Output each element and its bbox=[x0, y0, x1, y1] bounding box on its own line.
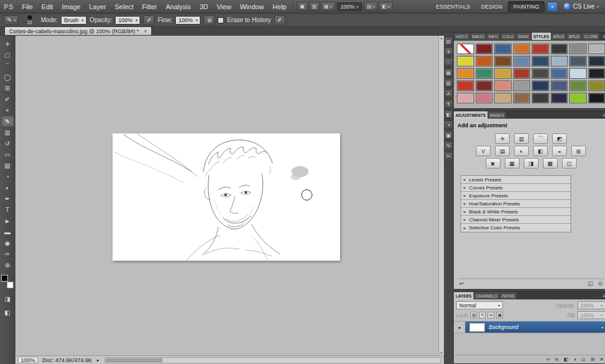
brush-preset-picker[interactable]: 22 bbox=[22, 15, 38, 25]
style-swatch[interactable] bbox=[569, 44, 587, 54]
curves-icon[interactable]: ⌒ bbox=[533, 133, 548, 144]
panel-tab-brus[interactable]: BRUS bbox=[552, 33, 567, 40]
tab-layers[interactable]: LAYERS bbox=[454, 292, 474, 299]
add-layer-mask-icon[interactable]: ◧ bbox=[564, 357, 569, 362]
expanded-view-icon[interactable]: ◱ bbox=[588, 280, 593, 287]
erase-to-history-checkbox[interactable] bbox=[218, 17, 224, 23]
black-white-icon[interactable]: ◧ bbox=[533, 146, 548, 156]
layer-effects-icon[interactable]: fx bbox=[555, 357, 558, 362]
preset-exposure-presets[interactable]: ▶Exposure Presets bbox=[461, 192, 571, 200]
quick-selection-tool[interactable]: ◯ bbox=[1, 71, 14, 82]
style-swatch[interactable] bbox=[513, 56, 531, 66]
invert-icon[interactable]: ◙ bbox=[486, 158, 500, 168]
style-swatch[interactable] bbox=[588, 44, 605, 54]
3d-rotate-tool[interactable]: ◉ bbox=[1, 237, 14, 248]
panel-tab-styles[interactable]: STYLES bbox=[532, 33, 552, 40]
return-to-adjustment-list-icon[interactable]: ↩ bbox=[459, 280, 464, 287]
panel-tab-histo[interactable]: HISTO bbox=[454, 33, 470, 40]
foreground-color-chip[interactable] bbox=[1, 275, 8, 282]
type-tool[interactable]: T bbox=[1, 204, 14, 215]
scroll-up-icon[interactable]: ▲ bbox=[440, 36, 443, 40]
preset-selective-color-presets[interactable]: ▶Selective Color Presets bbox=[461, 224, 571, 232]
workspace-design[interactable]: DESIGN bbox=[476, 1, 508, 12]
style-swatch[interactable] bbox=[532, 68, 549, 79]
canvas-area[interactable] bbox=[15, 36, 438, 355]
preset-curves-presets[interactable]: ▶Curves Presets bbox=[461, 184, 571, 192]
posterize-icon[interactable]: ▦ bbox=[505, 158, 520, 168]
lock-transparency-icon[interactable]: ▨ bbox=[470, 312, 477, 318]
style-swatch[interactable] bbox=[551, 56, 568, 66]
gradient-map-icon[interactable]: ▩ bbox=[543, 158, 558, 168]
style-swatch[interactable] bbox=[569, 68, 587, 79]
vertical-scrollbar[interactable]: ▲ ▼ bbox=[438, 36, 444, 355]
info-panel-icon[interactable]: ◌ bbox=[444, 58, 453, 66]
panel-tab-colo[interactable]: COLO bbox=[500, 33, 516, 40]
delete-layer-icon[interactable]: ✕ bbox=[599, 357, 604, 362]
horizontal-scrollbar[interactable] bbox=[105, 357, 441, 363]
style-swatch[interactable] bbox=[457, 68, 474, 79]
style-swatch[interactable] bbox=[551, 93, 568, 103]
preset-channel-mixer-presets[interactable]: ▶Channel Mixer Presets bbox=[461, 216, 571, 224]
flow-select[interactable]: 100% ▾ bbox=[175, 16, 200, 25]
hue-saturation-icon[interactable]: ▤ bbox=[495, 146, 510, 156]
swatches-panel-icon[interactable]: ▥ bbox=[444, 79, 453, 87]
style-swatch[interactable] bbox=[588, 81, 605, 91]
tool-preset-picker[interactable]: ✎ ▾ bbox=[4, 15, 18, 25]
menu-select[interactable]: Select bbox=[111, 0, 138, 14]
crop-tool[interactable]: ⊞ bbox=[1, 82, 14, 93]
photo-filter-icon[interactable]: ◒ bbox=[552, 146, 567, 156]
style-swatch[interactable] bbox=[569, 81, 587, 91]
menu-help[interactable]: Help bbox=[268, 0, 291, 14]
gradient-tool[interactable]: ▧ bbox=[1, 160, 14, 171]
close-icon[interactable]: × bbox=[144, 28, 147, 34]
tool-presets-panel-icon[interactable]: ✂ bbox=[444, 152, 453, 160]
paragraph-panel-icon[interactable]: ¶ bbox=[444, 100, 453, 108]
quick-mask-icon[interactable]: ◨ bbox=[1, 293, 14, 304]
style-swatch[interactable] bbox=[588, 93, 605, 103]
adjustments-panel-icon[interactable]: ◑ bbox=[444, 121, 453, 129]
zoom-tool[interactable]: ⊕ bbox=[1, 259, 14, 271]
healing-brush-tool[interactable]: + bbox=[1, 105, 14, 116]
panel-menu-icon[interactable]: ≡ bbox=[600, 33, 605, 40]
lock-position-icon[interactable]: ✛ bbox=[488, 312, 494, 318]
move-tool[interactable]: ✛ bbox=[1, 38, 14, 49]
eraser-tool[interactable]: ▭ bbox=[1, 149, 14, 160]
workspace-expand-button[interactable]: » bbox=[547, 2, 558, 12]
style-swatch[interactable] bbox=[532, 93, 549, 103]
menu-analysis[interactable]: Analysis bbox=[162, 0, 196, 14]
tab-masks[interactable]: MASKS bbox=[488, 111, 507, 119]
masks-panel-icon[interactable]: ◧ bbox=[444, 110, 453, 119]
blur-tool[interactable]: ◔ bbox=[1, 171, 14, 182]
mode-select[interactable]: Brush ▾ bbox=[61, 16, 87, 25]
preset-black-white-presets[interactable]: ▶Black & White Presets bbox=[461, 208, 571, 216]
visibility-eye-icon[interactable]: ● bbox=[454, 322, 465, 333]
panel-tab-info[interactable]: INFO bbox=[487, 33, 501, 40]
hand-tool[interactable]: ✑ bbox=[1, 248, 14, 259]
panel-tab-swat[interactable]: SWAT bbox=[516, 33, 531, 40]
new-layer-icon[interactable]: ⊞ bbox=[591, 357, 595, 362]
path-selection-tool[interactable]: ► bbox=[1, 215, 14, 226]
style-swatch[interactable] bbox=[513, 93, 531, 103]
tab-adjustments[interactable]: ADJUSTMENTS bbox=[454, 111, 488, 119]
arrange-documents-icon[interactable]: ▤▾ bbox=[364, 2, 378, 11]
style-swatch[interactable] bbox=[569, 56, 587, 66]
style-swatch[interactable] bbox=[513, 81, 531, 91]
history-brush-tool[interactable]: ↺ bbox=[1, 138, 14, 149]
lock-pixels-icon[interactable]: ✎ bbox=[479, 312, 486, 318]
clone-source-panel-icon[interactable]: ▣ bbox=[444, 131, 453, 140]
style-swatch[interactable] bbox=[476, 93, 493, 103]
style-swatch[interactable] bbox=[551, 44, 568, 54]
style-swatch[interactable] bbox=[457, 56, 474, 66]
document-tab[interactable]: Cortes-de-cabelo-masculino.jpg @ 100% (R… bbox=[4, 26, 152, 35]
rectangular-marquee-tool[interactable]: ▢ bbox=[1, 49, 14, 60]
preset-levels-presets[interactable]: ▶Levels Presets bbox=[461, 176, 571, 184]
menu-view[interactable]: View bbox=[213, 0, 236, 14]
style-swatch[interactable] bbox=[494, 81, 512, 91]
style-swatch[interactable] bbox=[532, 81, 549, 91]
preset-hue-saturation-presets[interactable]: ▶Hue/Saturation Presets bbox=[461, 200, 571, 208]
view-extras-icon[interactable]: ▦▾ bbox=[321, 2, 335, 11]
style-swatch[interactable] bbox=[476, 81, 493, 91]
panel-tab-brus[interactable]: BRUS bbox=[567, 33, 582, 40]
exposure-icon[interactable]: ◩ bbox=[552, 133, 567, 144]
brightness-contrast-icon[interactable]: ☀ bbox=[495, 133, 510, 144]
